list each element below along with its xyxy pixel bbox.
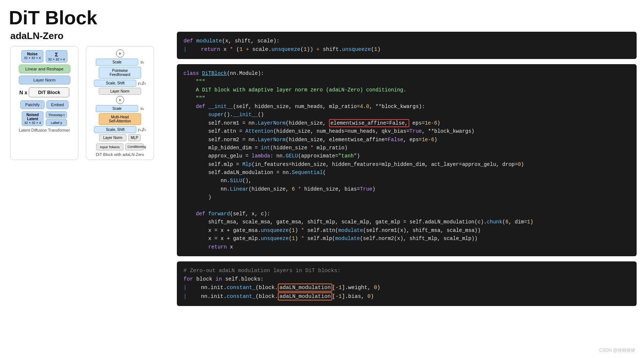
page-title: DiT Block — [0, 0, 644, 30]
gamma1-beta1-label: γ₁,β₁ — [138, 128, 146, 132]
noise-box: Noise 32 × 32 × 4 — [21, 50, 43, 63]
scale-shift-bot-row: Scale, Shift γ₁,β₁ — [94, 126, 146, 133]
mlp-block: MLP — [128, 134, 141, 141]
noised-size: 32 × 32 × 4 — [24, 121, 41, 125]
attention-block: Multi-HeadSelf-Attention — [99, 113, 141, 125]
scale-shift-top-block: Scale, Shift — [94, 80, 136, 87]
zero-out-code: # Zero-out adaLN modulation layers in Di… — [177, 261, 637, 306]
plus-top: + — [116, 49, 124, 58]
noised-latent-box: NoisedLatent 32 × 32 × 4 — [22, 111, 44, 126]
gamma2-beta2-label: γ₂,β₂ — [138, 81, 146, 85]
scale-shift-top-row: Scale, Shift γ₂,β₂ — [94, 80, 146, 87]
ldt-diagram: Noise 32 × 32 × 4 Σ 32 × 32 × 4 Linear a… — [10, 46, 78, 160]
left-panel: adaLN-Zero Noise 32 × 32 × 4 Σ 32 × 32 ×… — [7, 30, 169, 306]
noise-size: 32 × 32 × 4 — [24, 56, 41, 60]
scale-alpha1-row: Scale α₁ — [96, 105, 144, 112]
embed-block: Embed — [46, 100, 69, 109]
conditioning-block: Conditioning — [125, 143, 144, 150]
dit-block-code: class DiTBlock(nn.Module): """ A DiT blo… — [177, 64, 637, 256]
linear-reshape-block: Linear and Reshape — [19, 65, 70, 73]
plus-mid: + — [116, 96, 124, 104]
patchify-embed-row: Patchify Embed — [20, 100, 69, 109]
nx-label: N x — [20, 90, 28, 95]
scale-shift-bot-block: Scale, Shift — [94, 126, 136, 133]
dit-internal: + Scale α₂ PointwiseFeedforward Scale, S… — [89, 49, 151, 150]
feedforward-block: PointwiseFeedforward — [99, 67, 141, 79]
layer-norm-top-block: Layer Norm — [99, 88, 141, 95]
timestep-label-col: Timestep t Label y — [46, 111, 67, 126]
layer-norm-block: Layer Norm — [19, 76, 70, 84]
modulate-code-block: def modulate(x, shift, scale): | return … — [177, 32, 637, 59]
diagrams-row: Noise 32 × 32 × 4 Σ 32 × 32 × 4 Linear a… — [7, 46, 169, 160]
layer-norm-mlp-row: Layer Norm MLP — [99, 134, 141, 141]
bottom-row: NoisedLatent 32 × 32 × 4 Timestep t Labe… — [22, 111, 67, 126]
sigma-label: Σ — [48, 52, 65, 58]
nx-row: N x DiT Block — [20, 86, 70, 98]
sigma-box: Σ 32 × 32 × 4 — [46, 50, 68, 63]
adaln-subtitle: adaLN-Zero — [7, 30, 169, 42]
noise-label: Noise — [24, 52, 41, 56]
noised-label: NoisedLatent — [24, 113, 41, 121]
ldt-caption: Latent Diffusion Transformer — [19, 128, 70, 132]
noise-row: Noise 32 × 32 × 4 Σ 32 × 32 × 4 — [21, 50, 67, 63]
timestep-box: Timestep t — [46, 111, 67, 118]
scale-mid-block: Scale — [96, 105, 138, 112]
scale-top-block: Scale — [96, 59, 138, 66]
patchify-block: Patchify — [20, 100, 45, 109]
input-tokens-block: Input Tokens — [96, 143, 123, 150]
dit-block-caption: DiT Block with adaLN-Zero — [89, 152, 151, 157]
layer-norm-bot-block: Layer Norm — [99, 134, 126, 141]
input-cond-row: Input Tokens Conditioning — [96, 143, 144, 150]
alpha2-label: α₂ — [140, 60, 144, 64]
scale-alpha2-row: Scale α₂ — [96, 59, 144, 66]
dit-block-box: DiT Block — [29, 87, 69, 97]
right-panel: def modulate(x, shift, scale): | return … — [177, 30, 637, 306]
label-y-box: Label y — [46, 119, 67, 126]
sigma-size: 32 × 32 × 4 — [48, 58, 65, 61]
dit-block-adaln-diagram: + Scale α₂ PointwiseFeedforward Scale, S… — [86, 46, 154, 160]
watermark: CSDN @很狠猪猪 — [599, 347, 635, 354]
alpha1-label: α₁ — [140, 107, 144, 111]
